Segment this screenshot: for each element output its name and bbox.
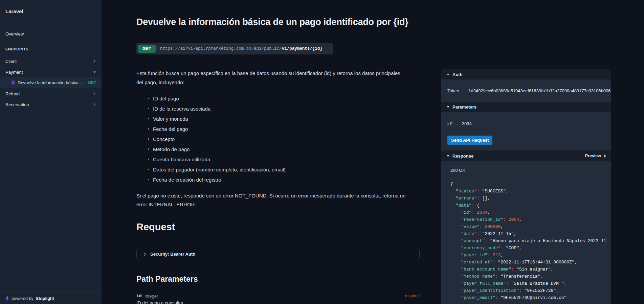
list-item: Cuenta bancaria utilizada	[136, 154, 286, 164]
caret-down-icon	[447, 106, 449, 108]
sidebar-item-label: Devuelve la información básica de un...	[18, 80, 85, 85]
parameters-body: id* : 2034 Send API Request	[441, 113, 611, 150]
sidebar-item-label: Client	[5, 59, 17, 64]
api-docs-page: Laravel Overview ENDPOINTS Client Paymen…	[0, 0, 644, 304]
section-title: Parameters	[452, 104, 476, 110]
list-item: Concepto	[136, 134, 286, 144]
caret-down-icon	[447, 74, 449, 75]
bullet-icon	[148, 128, 149, 130]
bullet-icon	[148, 108, 149, 109]
param-name: id	[136, 294, 142, 299]
required-badge: required	[405, 294, 420, 298]
main-content: Devuelve la información básica de un pag…	[136, 0, 420, 304]
chevron-right-icon	[93, 92, 96, 95]
chevron-right-icon	[93, 60, 96, 63]
sidebar-item-payment[interactable]: Payment	[0, 67, 102, 77]
param-id-input[interactable]: 2034	[462, 121, 472, 126]
send-api-request-button[interactable]: Send API Request	[447, 136, 492, 145]
chevron-down-icon	[93, 70, 96, 74]
sidebar-item-client[interactable]: Client	[0, 56, 102, 66]
list-item: Método de pago	[136, 144, 286, 154]
sidebar-item-active-operation[interactable]: Devuelve la información básica de un... …	[0, 77, 102, 88]
operation-description: Esta función busca un pago específico en…	[136, 69, 400, 87]
list-item: Valor y moneda	[136, 114, 286, 124]
description-line: del pago, incluyendo:	[136, 78, 400, 87]
chevron-right-icon	[93, 103, 96, 106]
note-line: error INTERNAL_ERROR.	[136, 200, 405, 209]
separator: :	[457, 121, 458, 126]
bullet-icon	[148, 179, 149, 180]
security-label: Security: Bearer Auth	[150, 252, 195, 257]
list-item: Fecha del pago	[136, 124, 286, 134]
stoplight-brand: Stoplight	[36, 296, 54, 301]
auth-section-header[interactable]: Auth	[441, 69, 611, 80]
sidebar-item-label: Payment	[5, 70, 23, 75]
section-label: ENDPOINTS	[5, 47, 28, 51]
caret-down-icon	[447, 155, 449, 157]
method-get-badge: GET	[138, 45, 156, 53]
sidebar-item-label: Refund	[5, 91, 20, 96]
path-parameter-row: id integer required	[136, 293, 420, 299]
param-description: ID del pago a consultar	[136, 300, 183, 304]
bullet-icon	[148, 169, 149, 170]
lightning-bolt-icon	[5, 296, 9, 301]
chevron-right-icon	[143, 252, 147, 256]
sidebar-item-label: Overview	[5, 31, 24, 37]
note-line: Si el pago no existe, responde con un er…	[136, 191, 405, 200]
url-path: v1/payments/{id}	[282, 46, 323, 51]
bullet-icon	[148, 148, 149, 150]
param-type: integer	[145, 294, 158, 299]
response-json: { "status": "SUCCESS", "errors": [], "da…	[450, 181, 611, 301]
response-status: 200 OK	[450, 168, 611, 173]
error-note: Si el pago no existe, responde con un er…	[136, 191, 405, 209]
try-it-panel: Auth Token : 1d3492fccc6b03889a51043eef6…	[441, 69, 611, 304]
section-title: Auth	[452, 72, 463, 77]
project-title: Laravel	[5, 8, 23, 14]
powered-by-stoplight-link[interactable]: powered by Stoplight	[0, 293, 102, 304]
bullet-icon	[148, 118, 149, 119]
sidebar-section-endpoints: ENDPOINTS	[0, 45, 102, 53]
preview-selector[interactable]: Preview	[585, 154, 606, 158]
auth-token-row: Token : 1d3492fccc6b03889a51043eef61630f…	[441, 80, 611, 102]
security-expander[interactable]: Security: Bearer Auth	[136, 248, 420, 260]
returned-fields-list: ID del pago ID de la reserva asociada Va…	[136, 93, 286, 185]
list-item: Datos del pagador (nombre completo, iden…	[136, 164, 286, 174]
bullet-icon	[148, 138, 149, 140]
token-label: Token	[447, 88, 459, 93]
section-title: Response	[452, 154, 473, 159]
method-badge: GET	[88, 80, 96, 85]
endpoint-url-bar[interactable]: GET https://airvi-api.rpmarketing.com.co…	[136, 43, 333, 54]
description-line: Esta función busca un pago específico en…	[136, 69, 400, 78]
token-input[interactable]: 1d3492fccc6b03889a51043eef61630fa1b32a27…	[468, 88, 611, 93]
response-body: 200 OK { "status": "SUCCESS", "errors": …	[441, 162, 611, 304]
bullet-icon	[148, 98, 149, 99]
url-base: https://airvi-api.rpmarketing.com.co/api…	[160, 46, 282, 51]
sidebar-item-reservation[interactable]: Reservation	[0, 99, 102, 110]
param-id-row: id* : 2034	[447, 120, 605, 127]
list-item: ID de la reserva asociada	[136, 103, 286, 114]
response-section-header[interactable]: Response Preview	[441, 150, 611, 162]
list-item: Fecha de creación del registro	[136, 174, 286, 185]
sidebar-item-refund[interactable]: Refund	[0, 89, 102, 99]
operation-bullseye-icon	[11, 80, 15, 85]
list-item: ID del pago	[136, 93, 286, 103]
sidebar-item-label: Reservation	[5, 102, 29, 107]
separator: :	[463, 88, 465, 93]
path-parameters-heading: Path Parameters	[136, 275, 198, 284]
sidebar: Laravel Overview ENDPOINTS Client Paymen…	[0, 0, 102, 304]
request-heading: Request	[136, 221, 175, 233]
param-id-label: id*	[447, 121, 452, 126]
page-title: Devuelve la información básica de un pag…	[136, 17, 408, 27]
preview-label: Preview	[585, 154, 601, 158]
endpoint-url: https://airvi-api.rpmarketing.com.co/api…	[160, 46, 323, 51]
bullet-icon	[148, 159, 149, 160]
sidebar-item-overview[interactable]: Overview	[0, 29, 102, 39]
sort-arrows-icon	[604, 154, 606, 158]
parameters-section-header[interactable]: Parameters	[441, 102, 611, 113]
powered-by-text: powered by	[12, 296, 34, 301]
